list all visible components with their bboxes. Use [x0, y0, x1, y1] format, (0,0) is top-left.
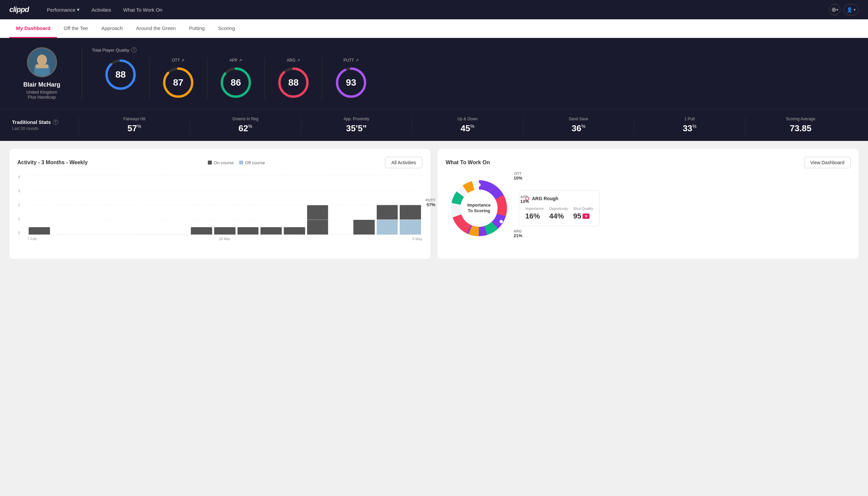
- bar-11-on: [261, 227, 282, 234]
- bar-chart-area: 4 3 2 1 0: [17, 175, 422, 251]
- stat-gir-value: 62%: [195, 123, 295, 134]
- nav-links: Performance ▾ Activities What To Work On: [42, 4, 829, 15]
- ott-label: OTT ↗: [172, 58, 185, 63]
- profile-handicap: Plus Handicap: [28, 95, 56, 99]
- trad-help-icon[interactable]: ?: [53, 120, 58, 125]
- metric-opportunity: Opportunity 44%: [549, 206, 569, 220]
- nav-performance[interactable]: Performance ▾: [42, 4, 84, 15]
- importance-value: 16%: [525, 212, 545, 220]
- avatar: [27, 47, 57, 77]
- info-card: ARG Rough Importance 16% Opportunity 44%…: [519, 190, 600, 226]
- tab-scoring[interactable]: Scoring: [211, 19, 241, 38]
- bar-9-on: [214, 227, 236, 234]
- help-icon[interactable]: ?: [131, 47, 137, 52]
- top-navigation: clippd Performance ▾ Activities What To …: [0, 0, 868, 19]
- score-app: APP ↗ 86: [207, 58, 265, 99]
- user-menu-button[interactable]: 👤 ▾: [844, 4, 859, 15]
- stat-proximity: App. Proximity 35'5": [301, 117, 412, 134]
- nav-what-to-work-on[interactable]: What To Work On: [119, 4, 167, 15]
- bar-17-off: [400, 220, 421, 234]
- legend-on-course: On course: [208, 160, 234, 165]
- bar-13-on: [307, 205, 328, 234]
- trad-label-section: Traditional Stats ? Last 20 rounds: [12, 119, 79, 131]
- all-activities-button[interactable]: All Activities: [385, 157, 422, 168]
- trad-label: Traditional Stats ?: [12, 119, 79, 125]
- bar-8-on: [191, 227, 212, 234]
- svg-point-20: [500, 220, 503, 223]
- tab-approach[interactable]: Approach: [95, 19, 129, 38]
- stat-fairways-name: Fairways Hit: [84, 117, 184, 121]
- svg-point-19: [477, 183, 480, 187]
- stat-scoring-avg: Scoring Average 73.85: [745, 117, 856, 134]
- bar-group-17: [400, 205, 421, 234]
- what-section: OTT 10% APP 12% ARG 21% PUTT: [446, 175, 851, 242]
- stat-sandsave-value: 36%: [528, 123, 629, 134]
- circle-putt: 93: [334, 66, 368, 99]
- bar-group-10: [237, 227, 259, 234]
- donut-center-label: ImportanceTo Scoring: [467, 203, 491, 214]
- y-axis: 4 3 2 1 0: [18, 175, 20, 235]
- bar-16-on: [377, 205, 398, 219]
- shot-quality-value: 95 ▼: [573, 212, 593, 220]
- score-ott-value: 87: [173, 77, 183, 88]
- score-app-value: 86: [231, 77, 241, 88]
- score-arg: ARG ↗ 88: [265, 58, 322, 99]
- legend-off-dot: [239, 160, 243, 165]
- bar-16-off: [377, 220, 398, 234]
- stat-1putt: 1 Putt 33%: [634, 117, 745, 134]
- scores-section: Total Player Quality ? 88: [82, 47, 856, 99]
- user-icon: 👤: [847, 7, 852, 12]
- stat-fairways-hit: Fairways Hit 57%: [79, 117, 190, 134]
- nav-activities[interactable]: Activities: [87, 4, 116, 15]
- tab-around-the-green[interactable]: Around the Green: [129, 19, 182, 38]
- score-total-value: 88: [115, 69, 126, 80]
- circle-total: 88: [104, 58, 137, 91]
- bars-container: [27, 175, 422, 235]
- tab-putting[interactable]: Putting: [183, 19, 211, 38]
- tab-off-the-tee[interactable]: Off the Tee: [57, 19, 95, 38]
- x-label-2: 9 May: [412, 237, 422, 241]
- activity-card: Activity - 3 Months - Weekly On course O…: [9, 149, 430, 259]
- legend-on-dot: [208, 160, 212, 165]
- view-dashboard-button[interactable]: View Dashboard: [804, 157, 851, 168]
- score-circles: 88 OTT ↗ 87: [92, 58, 856, 99]
- score-putt: PUTT ↗ 93: [322, 58, 380, 99]
- tab-my-dashboard[interactable]: My Dashboard: [9, 19, 57, 38]
- add-chevron: ▾: [836, 7, 838, 12]
- app-logo[interactable]: clippd: [9, 5, 29, 14]
- circle-ott: 87: [161, 66, 195, 99]
- svg-point-1: [37, 55, 47, 66]
- stat-updown: Up & Down 45%: [412, 117, 523, 134]
- add-button[interactable]: ⊕ ▾: [829, 4, 840, 15]
- bar-group-11: [261, 227, 282, 234]
- donut-area: OTT 10% APP 12% ARG 21% PUTT: [446, 175, 512, 242]
- stat-proximity-name: App. Proximity: [306, 117, 406, 121]
- stat-gir-name: Greens In Reg: [195, 117, 295, 121]
- bar-group-8: [191, 227, 212, 234]
- chevron-down-icon: ▾: [77, 7, 80, 13]
- svg-rect-3: [36, 65, 48, 68]
- bar-group-15: [353, 220, 375, 234]
- tabs-bar: My Dashboard Off the Tee Approach Around…: [0, 19, 868, 38]
- info-card-title: ARG Rough: [525, 196, 593, 201]
- score-total: 88: [92, 58, 149, 99]
- bar-group-12: [284, 227, 305, 234]
- arg-arrow: ↗: [297, 58, 300, 63]
- profile-country: United Kingdom: [26, 90, 57, 95]
- activity-card-header: Activity - 3 Months - Weekly On course O…: [17, 157, 422, 168]
- app-donut-label: APP 12%: [520, 195, 529, 204]
- bar-15-on: [353, 220, 375, 234]
- what-card-title: What To Work On: [446, 159, 490, 166]
- score-arg-value: 88: [288, 77, 298, 88]
- bar-group-13: [307, 205, 328, 234]
- ott-arrow: ↗: [181, 58, 185, 63]
- hero-section: Blair McHarg United Kingdom Plus Handica…: [0, 38, 868, 109]
- nav-icons: ⊕ ▾ 👤 ▾: [829, 4, 859, 15]
- circle-app: 86: [219, 66, 252, 99]
- activity-chart-title: Activity - 3 Months - Weekly: [17, 159, 88, 166]
- what-card-header: What To Work On View Dashboard: [446, 157, 851, 168]
- metric-shot-quality: Shot Quality 95 ▼: [573, 206, 593, 220]
- stat-proximity-value: 35'5": [306, 123, 406, 134]
- circle-arg: 88: [277, 66, 310, 99]
- tpq-label: Total Player Quality ?: [92, 47, 856, 52]
